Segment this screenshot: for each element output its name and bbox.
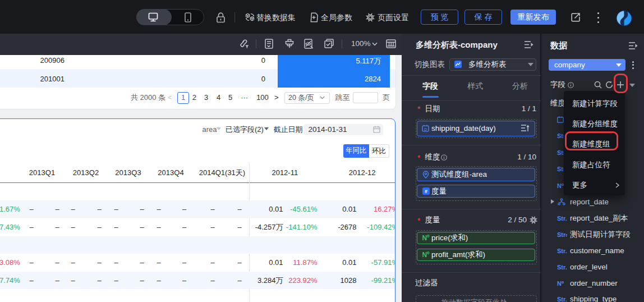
svg-text:D: D [424, 127, 427, 131]
svg-text:#: # [425, 189, 427, 194]
